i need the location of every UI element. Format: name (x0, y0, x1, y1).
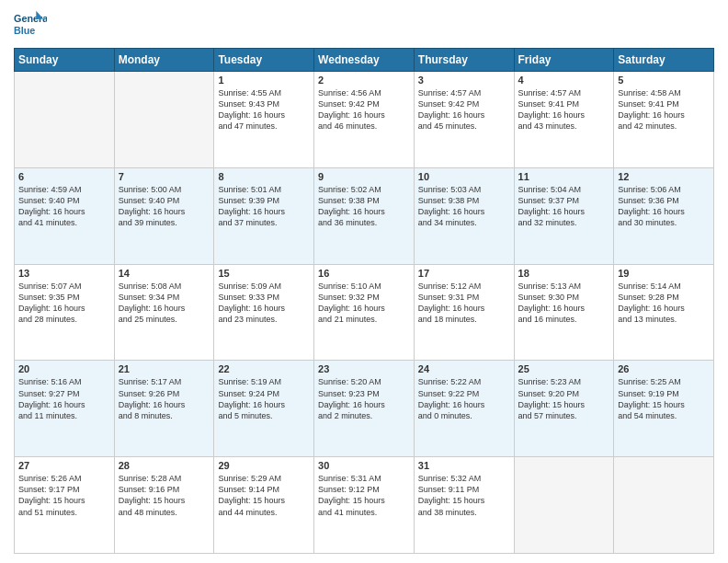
day-number: 10 (418, 171, 510, 182)
day-number: 20 (18, 363, 110, 374)
calendar-cell: 10Sunrise: 5:03 AM Sunset: 9:38 PM Dayli… (414, 167, 514, 264)
weekday-header-wednesday: Wednesday (314, 49, 415, 72)
day-number: 25 (518, 363, 610, 374)
weekday-header-sunday: Sunday (15, 49, 115, 72)
day-info: Sunrise: 4:59 AM Sunset: 9:40 PM Dayligh… (18, 184, 110, 229)
day-info: Sunrise: 5:00 AM Sunset: 9:40 PM Dayligh… (119, 184, 210, 229)
calendar-table: SundayMondayTuesdayWednesdayThursdayFrid… (14, 48, 714, 554)
day-info: Sunrise: 5:01 AM Sunset: 9:39 PM Dayligh… (218, 184, 310, 229)
day-info: Sunrise: 5:25 AM Sunset: 9:19 PM Dayligh… (618, 376, 710, 421)
day-info: Sunrise: 5:12 AM Sunset: 9:31 PM Dayligh… (418, 281, 510, 326)
day-number: 31 (418, 460, 510, 471)
day-number: 15 (218, 268, 310, 279)
header: GeneralBlue (14, 9, 714, 42)
day-info: Sunrise: 5:16 AM Sunset: 9:27 PM Dayligh… (18, 376, 110, 421)
logo-icon: GeneralBlue (14, 9, 47, 42)
calendar-cell: 11Sunrise: 5:04 AM Sunset: 9:37 PM Dayli… (514, 167, 614, 264)
day-info: Sunrise: 5:09 AM Sunset: 9:33 PM Dayligh… (218, 281, 310, 326)
day-info: Sunrise: 4:58 AM Sunset: 9:41 PM Dayligh… (618, 87, 710, 132)
calendar-cell: 3Sunrise: 4:57 AM Sunset: 9:42 PM Daylig… (414, 72, 514, 168)
day-info: Sunrise: 5:13 AM Sunset: 9:30 PM Dayligh… (518, 281, 610, 326)
day-info: Sunrise: 5:06 AM Sunset: 9:36 PM Dayligh… (618, 184, 710, 229)
day-number: 27 (18, 460, 110, 471)
calendar-cell: 22Sunrise: 5:19 AM Sunset: 9:24 PM Dayli… (214, 361, 314, 457)
day-info: Sunrise: 5:22 AM Sunset: 9:22 PM Dayligh… (418, 376, 510, 421)
day-number: 7 (119, 171, 210, 182)
calendar-cell: 27Sunrise: 5:26 AM Sunset: 9:17 PM Dayli… (15, 457, 115, 554)
calendar-cell: 19Sunrise: 5:14 AM Sunset: 9:28 PM Dayli… (614, 264, 714, 361)
day-number: 4 (518, 75, 610, 86)
calendar-week-row: 13Sunrise: 5:07 AM Sunset: 9:35 PM Dayli… (15, 264, 714, 361)
calendar-header-row: SundayMondayTuesdayWednesdayThursdayFrid… (15, 49, 714, 72)
day-info: Sunrise: 5:26 AM Sunset: 9:17 PM Dayligh… (18, 473, 110, 518)
calendar-cell: 31Sunrise: 5:32 AM Sunset: 9:11 PM Dayli… (414, 457, 514, 554)
day-info: Sunrise: 5:23 AM Sunset: 9:20 PM Dayligh… (518, 376, 610, 421)
day-number: 29 (218, 460, 310, 471)
day-info: Sunrise: 5:07 AM Sunset: 9:35 PM Dayligh… (18, 281, 110, 326)
day-info: Sunrise: 5:28 AM Sunset: 9:16 PM Dayligh… (119, 473, 210, 518)
calendar-cell: 2Sunrise: 4:56 AM Sunset: 9:42 PM Daylig… (314, 72, 415, 168)
calendar-cell: 4Sunrise: 4:57 AM Sunset: 9:41 PM Daylig… (514, 72, 614, 168)
day-number: 18 (518, 268, 610, 279)
day-info: Sunrise: 5:02 AM Sunset: 9:38 PM Dayligh… (318, 184, 410, 229)
day-number: 9 (318, 171, 410, 182)
day-number: 12 (618, 171, 710, 182)
day-info: Sunrise: 5:19 AM Sunset: 9:24 PM Dayligh… (218, 376, 310, 421)
day-number: 30 (318, 460, 410, 471)
day-number: 14 (119, 268, 210, 279)
day-info: Sunrise: 4:57 AM Sunset: 9:41 PM Dayligh… (518, 87, 610, 132)
day-info: Sunrise: 5:03 AM Sunset: 9:38 PM Dayligh… (418, 184, 510, 229)
calendar-cell: 24Sunrise: 5:22 AM Sunset: 9:22 PM Dayli… (414, 361, 514, 457)
svg-text:Blue: Blue (14, 25, 35, 36)
calendar-cell: 15Sunrise: 5:09 AM Sunset: 9:33 PM Dayli… (214, 264, 314, 361)
calendar-cell: 12Sunrise: 5:06 AM Sunset: 9:36 PM Dayli… (614, 167, 714, 264)
day-info: Sunrise: 4:57 AM Sunset: 9:42 PM Dayligh… (418, 87, 510, 132)
calendar-week-row: 20Sunrise: 5:16 AM Sunset: 9:27 PM Dayli… (15, 361, 714, 457)
calendar-cell: 17Sunrise: 5:12 AM Sunset: 9:31 PM Dayli… (414, 264, 514, 361)
day-info: Sunrise: 5:31 AM Sunset: 9:12 PM Dayligh… (318, 473, 410, 518)
calendar-cell: 13Sunrise: 5:07 AM Sunset: 9:35 PM Dayli… (15, 264, 115, 361)
calendar-cell (15, 72, 115, 168)
day-number: 23 (318, 363, 410, 374)
calendar-cell: 26Sunrise: 5:25 AM Sunset: 9:19 PM Dayli… (614, 361, 714, 457)
day-number: 8 (218, 171, 310, 182)
calendar-cell: 20Sunrise: 5:16 AM Sunset: 9:27 PM Dayli… (15, 361, 115, 457)
calendar-cell: 16Sunrise: 5:10 AM Sunset: 9:32 PM Dayli… (314, 264, 415, 361)
day-number: 16 (318, 268, 410, 279)
calendar-cell: 1Sunrise: 4:55 AM Sunset: 9:43 PM Daylig… (214, 72, 314, 168)
day-info: Sunrise: 5:08 AM Sunset: 9:34 PM Dayligh… (119, 281, 210, 326)
page: GeneralBlue SundayMondayTuesdayWednesday… (0, 0, 728, 563)
day-info: Sunrise: 5:32 AM Sunset: 9:11 PM Dayligh… (418, 473, 510, 518)
day-number: 11 (518, 171, 610, 182)
calendar-cell: 8Sunrise: 5:01 AM Sunset: 9:39 PM Daylig… (214, 167, 314, 264)
weekday-header-tuesday: Tuesday (214, 49, 314, 72)
day-number: 1 (218, 75, 310, 86)
calendar-cell: 29Sunrise: 5:29 AM Sunset: 9:14 PM Dayli… (214, 457, 314, 554)
day-number: 13 (18, 268, 110, 279)
day-info: Sunrise: 5:20 AM Sunset: 9:23 PM Dayligh… (318, 376, 410, 421)
calendar-cell: 21Sunrise: 5:17 AM Sunset: 9:26 PM Dayli… (114, 361, 214, 457)
calendar-cell: 30Sunrise: 5:31 AM Sunset: 9:12 PM Dayli… (314, 457, 415, 554)
day-info: Sunrise: 5:29 AM Sunset: 9:14 PM Dayligh… (218, 473, 310, 518)
day-info: Sunrise: 4:56 AM Sunset: 9:42 PM Dayligh… (318, 87, 410, 132)
calendar-week-row: 6Sunrise: 4:59 AM Sunset: 9:40 PM Daylig… (15, 167, 714, 264)
day-number: 3 (418, 75, 510, 86)
weekday-header-thursday: Thursday (414, 49, 514, 72)
weekday-header-monday: Monday (114, 49, 214, 72)
day-number: 22 (218, 363, 310, 374)
day-number: 28 (119, 460, 210, 471)
calendar-cell (114, 72, 214, 168)
calendar-cell: 7Sunrise: 5:00 AM Sunset: 9:40 PM Daylig… (114, 167, 214, 264)
day-number: 6 (18, 171, 110, 182)
day-info: Sunrise: 5:17 AM Sunset: 9:26 PM Dayligh… (119, 376, 210, 421)
day-info: Sunrise: 4:55 AM Sunset: 9:43 PM Dayligh… (218, 87, 310, 132)
weekday-header-friday: Friday (514, 49, 614, 72)
logo: GeneralBlue (14, 9, 47, 42)
calendar-cell: 18Sunrise: 5:13 AM Sunset: 9:30 PM Dayli… (514, 264, 614, 361)
day-number: 19 (618, 268, 710, 279)
calendar-cell (514, 457, 614, 554)
calendar-cell (614, 457, 714, 554)
day-number: 21 (119, 363, 210, 374)
day-number: 17 (418, 268, 510, 279)
calendar-cell: 6Sunrise: 4:59 AM Sunset: 9:40 PM Daylig… (15, 167, 115, 264)
